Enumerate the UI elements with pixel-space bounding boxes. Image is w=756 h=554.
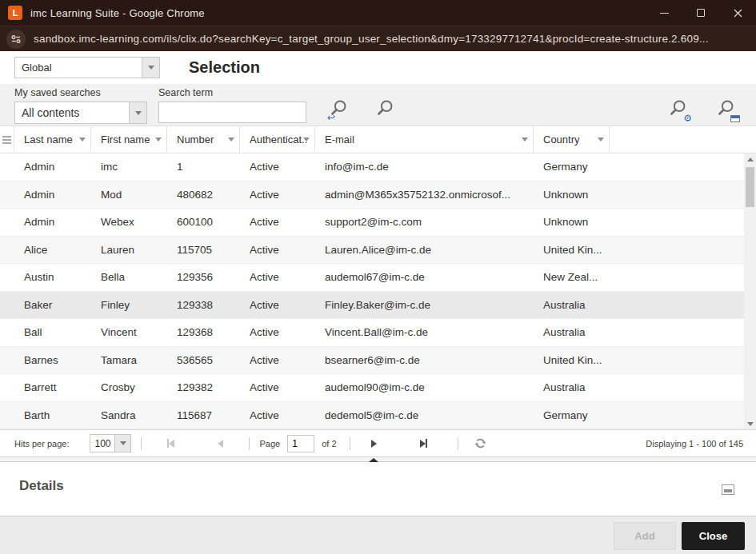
search-settings-button[interactable]: ⚙ (666, 97, 691, 122)
close-icon (733, 8, 743, 18)
column-label: Number (177, 134, 214, 145)
details-title: Details (19, 478, 64, 494)
last-page-button[interactable] (416, 436, 432, 452)
details-panel: Details (0, 462, 756, 516)
chevron-down-icon (148, 66, 154, 70)
search-term-input[interactable] (158, 102, 306, 123)
refresh-button[interactable] (473, 436, 489, 452)
cell-number: 115705 (167, 244, 240, 256)
cell-first-name: Tamara (91, 354, 167, 366)
search-panel: My saved searches All contents Search te… (0, 84, 756, 126)
scroll-up-button[interactable] (744, 153, 756, 165)
address-url[interactable]: sandbox.imc-learning.com/ils/clix.do?sea… (34, 33, 709, 45)
dialog-footer: Add Close (0, 516, 756, 554)
column-header-number[interactable]: Number (167, 126, 240, 153)
scroll-down-button[interactable] (744, 418, 756, 429)
scope-select[interactable]: Global (14, 57, 160, 78)
cell-number: 129338 (167, 299, 240, 311)
cell-first-name: imc (91, 161, 167, 173)
cell-number: 129356 (167, 271, 240, 283)
cell-email: info@im-c.de (315, 161, 534, 173)
first-page-button[interactable] (162, 436, 178, 452)
column-filter-icon[interactable] (598, 138, 604, 141)
table-row[interactable]: Alice Lauren 115705 Active Lauren.Alice@… (0, 237, 756, 265)
next-page-button[interactable] (366, 436, 382, 452)
scope-select-value: Global (14, 57, 142, 78)
cell-last-name: Barrett (14, 381, 91, 393)
column-filter-icon[interactable] (155, 138, 162, 141)
scrollbar-thumb[interactable] (746, 167, 754, 207)
triangle-left-icon (218, 440, 223, 448)
app-favicon-icon: L (8, 6, 22, 20)
hits-per-page-select[interactable]: 100 (90, 434, 131, 452)
search-term-group: Search term (158, 87, 306, 123)
browser-window: L imc Learning Suite - Google Chrome (0, 0, 756, 554)
close-button[interactable]: Close (682, 522, 745, 550)
triangle-up-icon (747, 157, 754, 161)
page-label: Page (259, 439, 280, 448)
table-row[interactable]: Admin Mod 480682 Active admin@M365x35752… (0, 181, 756, 209)
table-row[interactable]: Barrett Crosby 129382 Active audemol90@i… (0, 374, 756, 402)
column-header-email[interactable]: E-mail (315, 126, 534, 153)
url-bar: sandbox.imc-learning.com/ils/clix.do?sea… (0, 26, 756, 51)
page-number-input[interactable] (287, 435, 314, 452)
window-title: imc Learning Suite - Google Chrome (30, 7, 205, 19)
tune-controls-icon (10, 34, 22, 45)
cell-number: 536565 (167, 354, 240, 366)
scope-select-button[interactable] (142, 57, 160, 78)
table-row[interactable]: Ball Vincent 129368 Active Vincent.Ball@… (0, 319, 756, 347)
window-controls (646, 0, 756, 26)
add-button[interactable]: Add (614, 522, 676, 550)
search-button[interactable] (373, 97, 398, 122)
triangle-right-icon (420, 440, 426, 448)
cell-country: Germany (534, 161, 610, 173)
selection-header: Global Selection (0, 51, 756, 84)
cell-email: audemol90@im-c.de (315, 381, 534, 393)
column-header-first-name[interactable]: First name (91, 126, 167, 153)
table-row[interactable]: Admin imc 1 Active info@im-c.de Germany (0, 153, 756, 181)
column-header-authentication[interactable]: Authenticat.. (240, 126, 315, 153)
cell-authentication: Active (240, 271, 315, 283)
cell-email: Lauren.Alice@im-c.de (315, 244, 534, 256)
cell-country: Unknown (534, 216, 610, 228)
table-row[interactable]: Admin Webex 600100 Active support2@im-c.… (0, 209, 756, 237)
table-menu-button[interactable] (0, 126, 14, 153)
saved-searches-select-button[interactable] (130, 102, 147, 124)
table-row[interactable]: Austin Bella 129356 Active audemol67@im-… (0, 264, 756, 292)
maximize-icon (697, 9, 705, 17)
search-panel-icon (715, 98, 738, 121)
minimize-icon (660, 13, 669, 14)
cell-number: 480682 (167, 189, 240, 201)
cell-country: New Zeal... (534, 271, 610, 283)
column-header-country[interactable]: Country (534, 126, 610, 153)
previous-page-button[interactable] (212, 436, 228, 452)
column-filter-icon[interactable] (303, 138, 310, 141)
cell-authentication: Active (240, 161, 315, 173)
column-label: First name (101, 134, 150, 145)
table-row[interactable]: Barth Sandra 115687 Active dedemol5@im-c… (0, 402, 756, 430)
site-info-button[interactable] (6, 30, 26, 49)
saved-search-panel-button[interactable] (714, 97, 739, 122)
saved-searches-select[interactable]: All contents (14, 102, 147, 124)
reset-search-button[interactable]: ↩ (326, 97, 352, 122)
column-filter-icon[interactable] (522, 138, 528, 141)
cell-last-name: Austin (14, 271, 91, 283)
hits-per-page-select-button[interactable] (115, 434, 131, 452)
column-filter-icon[interactable] (79, 138, 86, 141)
cell-email: audemol67@im-c.de (315, 271, 534, 283)
table-row[interactable]: Barnes Tamara 536565 Active bsearner6@im… (0, 347, 756, 375)
cell-number: 129382 (167, 381, 240, 393)
maximize-button[interactable] (682, 0, 719, 26)
triangle-left-icon (169, 440, 174, 448)
table-row[interactable]: Baker Finley 129338 Active Finley.Baker@… (0, 292, 756, 320)
details-minimize-button[interactable] (722, 484, 734, 495)
column-header-last-name[interactable]: Last name (14, 126, 91, 153)
close-window-button[interactable] (719, 0, 756, 26)
cell-last-name: Admin (14, 216, 91, 228)
minimize-button[interactable] (646, 0, 682, 26)
column-filter-icon[interactable] (228, 138, 234, 141)
cell-last-name: Alice (14, 244, 91, 256)
cell-country: United Kin... (534, 244, 610, 256)
cell-last-name: Barnes (14, 354, 91, 366)
table-scrollbar[interactable] (744, 153, 756, 429)
